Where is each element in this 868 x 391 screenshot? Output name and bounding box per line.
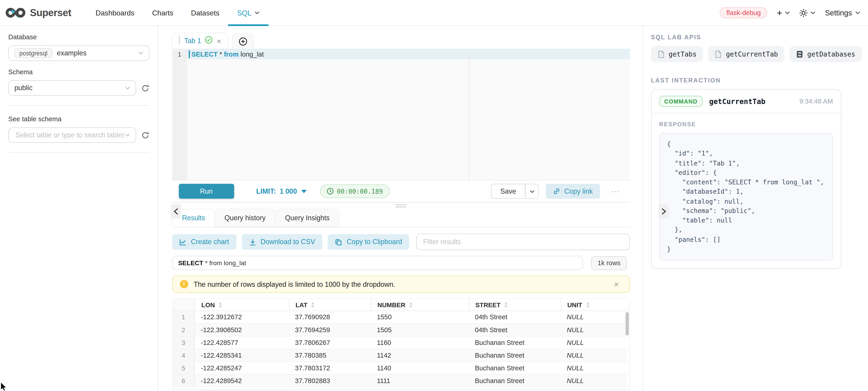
chevron-down-icon [530,190,535,193]
sort-icon [219,302,222,307]
print-margin-line [469,49,469,180]
last-interaction-title: LAST INTERACTION [651,77,862,84]
close-warning-icon[interactable]: × [611,280,622,289]
column-header-number[interactable]: NUMBER [371,299,469,311]
create-chart-label: Create chart [191,238,229,246]
chart-icon [179,238,186,246]
column-header-street[interactable]: STREET [469,299,561,311]
sun-icon [799,9,808,17]
chevron-down-icon [125,133,130,137]
horizontal-scrollbar[interactable] [173,389,629,391]
table-row: 3 -122.428577 37.7806267 1160 Buchanan S… [173,336,629,349]
column-header-lon[interactable]: LON [195,299,289,311]
limit-value: 1 000 [280,187,297,195]
tab-query-insights[interactable]: Query Insights [275,209,340,227]
run-button[interactable]: Run [179,184,234,199]
filter-results-input[interactable] [416,234,630,250]
collapse-sidebar-button[interactable] [170,204,181,219]
chevron-down-icon [855,11,860,14]
results-actions-row: Create chart Download to CSV Copy to Cli… [172,234,630,250]
table-select[interactable] [8,127,136,143]
sidebar-divider [8,105,149,106]
sql-code-editor[interactable]: 1 SELECT * from long_lat [172,49,630,180]
superset-infinity-icon [5,7,25,19]
column-header-unit[interactable]: UNIT [561,299,627,311]
superset-logo[interactable]: Superset [5,7,71,19]
more-options-button[interactable]: ··· [608,187,623,196]
nav-item-dashboards[interactable]: Dashboards [87,0,143,26]
chevron-left-icon [174,208,178,215]
download-csv-label: Download to CSV [260,238,315,246]
grid-header-row: LON LAT NUMBER STREET [173,299,629,311]
create-chart-button[interactable]: Create chart [172,234,236,250]
interaction-card-header: COMMAND getCurrentTab 9:34:48 AM [651,90,841,113]
sql-statement: SELECT * from long_lat [191,50,264,58]
save-button[interactable]: Save [491,184,526,199]
get-current-tab-button[interactable]: getCurrentTab [708,46,784,62]
editor-code-area[interactable]: SELECT * from long_lat [187,49,630,180]
chevron-right-icon [661,208,666,215]
row-limit-warning-banner: ! The number of rows displayed is limite… [172,275,630,293]
copy-link-button[interactable]: Copy link [546,184,600,199]
get-databases-button[interactable]: getDatabases [789,46,862,62]
save-options-button[interactable] [526,184,539,199]
results-grid: LON LAT NUMBER STREET [172,298,630,391]
nav-item-datasets[interactable]: Datasets [182,0,228,26]
refresh-icon [141,131,149,139]
timer-value: 00:00:00.189 [337,187,383,195]
table-row: 6 -122.4289542 37.7802883 1111 Buchanan … [173,374,629,387]
table-row: 2 -122.3908502 37.7694259 1505 04th Stre… [173,324,629,336]
sort-icon [311,302,315,307]
close-tab-icon[interactable]: × [217,37,221,45]
chevron-down-icon [255,11,260,14]
interaction-card-body: RESPONSE { "id": "1", "title": "Tab 1", … [651,113,841,269]
check-circle-icon [205,36,213,46]
sort-icon [409,302,413,307]
editor-tab[interactable]: Tab 1 × [172,33,227,48]
nav-item-charts[interactable]: Charts [143,0,182,26]
theme-toggle-button[interactable] [799,9,815,17]
results-tabstrip: Results Query history Query Insights [172,209,630,228]
response-json-block: { "id": "1", "title": "Tab 1", "editor":… [659,133,833,261]
refresh-schemas-button[interactable] [141,84,149,92]
collapse-right-panel-button[interactable] [658,204,669,219]
warning-text: The number of rows displayed is limited … [194,281,395,288]
partial-row [173,387,629,389]
drag-handle-icon[interactable] [178,35,180,46]
add-tab-button[interactable] [231,33,254,48]
card-file-box-icon [796,50,804,58]
text-caret [189,50,190,58]
nav-item-sql[interactable]: SQL [228,0,269,26]
get-tabs-button[interactable]: getTabs [651,46,703,62]
download-csv-button[interactable]: Download to CSV [242,234,322,250]
table-row: 5 -122.4285247 37.7803172 1140 Buchanan … [173,362,629,374]
warning-icon: ! [180,280,188,288]
tab-query-history[interactable]: Query history [214,209,276,227]
chevron-down-icon [138,52,143,55]
download-icon [249,238,256,246]
column-header-lat[interactable]: LAT [289,299,371,311]
sidebar-divider [8,152,149,153]
editor-gutter: 1 [172,49,187,180]
table-row: 4 -122.4285341 37.780385 1142 Buchanan S… [173,349,629,362]
response-label: RESPONSE [659,121,833,127]
vertical-scrollbar-thumb[interactable] [625,312,629,335]
copy-to-clipboard-button[interactable]: Copy to Clipboard [328,234,409,250]
document-icon [715,50,722,58]
vertical-scrollbar[interactable] [625,312,629,335]
database-select[interactable]: postgresql examples [8,45,149,61]
schema-select[interactable]: public [8,80,136,96]
editor-active-line: SELECT * from long_lat [187,49,630,59]
save-button-group: Save [491,184,539,199]
settings-menu[interactable]: Settings [825,9,860,17]
main-nav: Dashboards Charts Datasets SQL [87,0,269,26]
sqllab-sidebar: Database postgresql examples Schema publ… [0,26,158,391]
new-item-button[interactable]: + [777,8,790,17]
refresh-tables-button[interactable] [141,131,149,139]
sort-icon [504,302,508,307]
nav-item-sql-label: SQL [237,9,251,17]
limit-dropdown[interactable]: LIMIT: 1 000 [256,187,306,195]
table-select-input[interactable] [14,131,125,139]
pane-splitter-handle[interactable] [172,202,630,209]
chevron-down-icon [785,11,790,14]
